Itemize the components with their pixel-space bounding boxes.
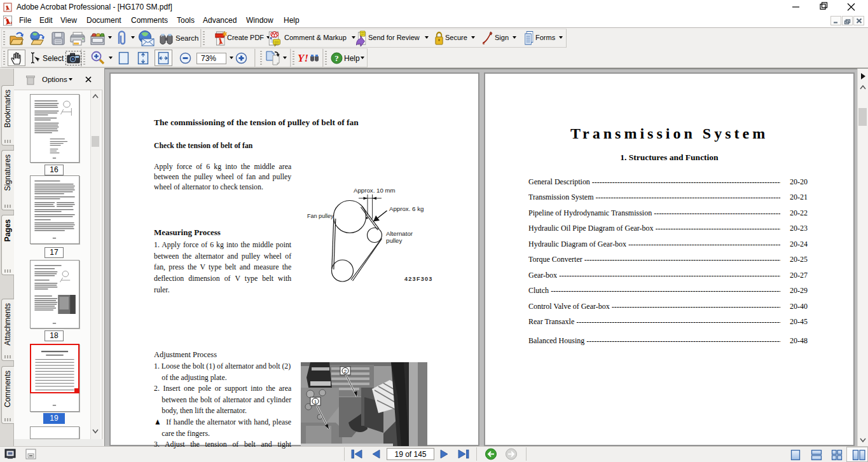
svg-text:Approx. 6 kg: Approx. 6 kg: [389, 205, 424, 212]
svg-text:Fan pulley: Fan pulley: [307, 213, 334, 219]
svg-text:Alternator: Alternator: [386, 230, 413, 237]
svg-text:?: ?: [334, 53, 339, 63]
svg-text:Approx. 10 mm: Approx. 10 mm: [354, 187, 396, 194]
svg-text:1: 1: [314, 399, 317, 405]
svg-text:Y!: Y!: [298, 52, 308, 64]
svg-text:423F303: 423F303: [404, 276, 433, 282]
svg-text:pulley: pulley: [386, 237, 402, 244]
svg-text:2: 2: [344, 369, 347, 374]
